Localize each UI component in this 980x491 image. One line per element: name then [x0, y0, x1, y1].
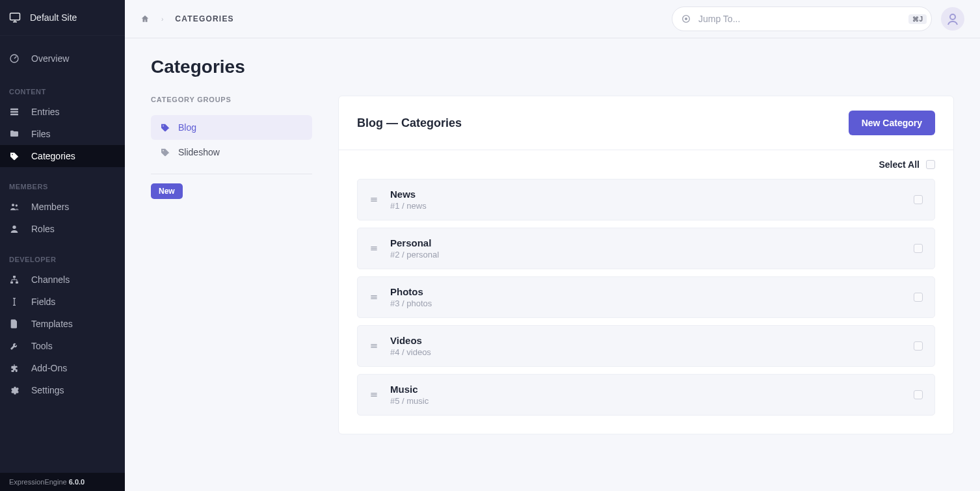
sidebar-item-label: Fields: [31, 297, 55, 307]
category-row[interactable]: Videos #4 / videos: [357, 325, 935, 367]
sidebar-item-label: Overview: [31, 53, 69, 64]
sidebar: Default Site Overview CONTENT Entries Fi…: [0, 0, 125, 491]
dashboard-icon: [9, 53, 21, 64]
category-name: News: [390, 189, 902, 200]
footer-version: 6.0.0: [69, 478, 85, 486]
sidebar-item-label: Templates: [31, 319, 73, 329]
sidebar-item-categories[interactable]: Categories: [0, 145, 125, 167]
tag-icon: [160, 122, 170, 133]
category-row[interactable]: Personal #2 / personal: [357, 228, 935, 269]
svg-point-7: [12, 154, 13, 155]
category-meta: #4 / videos: [390, 347, 902, 357]
category-checkbox[interactable]: [914, 293, 923, 302]
svg-point-18: [163, 150, 164, 152]
category-row[interactable]: News #1 / news: [357, 179, 935, 220]
sidebar-item-entries[interactable]: Entries: [0, 101, 125, 123]
drag-handle-icon[interactable]: [369, 293, 378, 302]
svg-point-15: [685, 18, 687, 20]
svg-rect-4: [10, 109, 18, 111]
new-group-button[interactable]: New: [151, 183, 183, 199]
svg-rect-11: [13, 276, 16, 278]
drag-handle-icon[interactable]: [369, 341, 378, 351]
category-meta: #5 / music: [390, 396, 902, 406]
list-icon: [9, 107, 21, 117]
group-label: Blog: [178, 122, 196, 133]
chevron-right-icon: ›: [161, 16, 163, 23]
svg-point-8: [12, 204, 14, 206]
select-all-checkbox[interactable]: [926, 160, 935, 169]
category-meta: #3 / photos: [390, 299, 902, 308]
sidebar-item-members[interactable]: Members: [0, 196, 125, 218]
drag-handle-icon[interactable]: [369, 244, 378, 253]
category-checkbox[interactable]: [914, 195, 923, 204]
category-row[interactable]: Music #5 / music: [357, 374, 935, 416]
breadcrumb: › CATEGORIES: [140, 14, 234, 23]
svg-point-10: [12, 226, 16, 229]
breadcrumb-current: CATEGORIES: [175, 14, 233, 23]
category-checkbox[interactable]: [914, 390, 923, 399]
sidebar-footer: ExpressionEngine 6.0.0: [0, 473, 125, 491]
svg-rect-12: [10, 282, 13, 284]
category-name: Personal: [390, 237, 902, 248]
page-title: Categories: [151, 57, 954, 77]
svg-rect-6: [10, 114, 18, 116]
sidebar-item-label: Channels: [31, 274, 70, 285]
puzzle-icon: [9, 363, 21, 373]
avatar[interactable]: [941, 7, 964, 31]
sidebar-item-channels[interactable]: Channels: [0, 269, 125, 291]
drag-handle-icon[interactable]: [369, 195, 378, 204]
tag-icon: [9, 151, 21, 161]
sidebar-item-label: Settings: [31, 385, 64, 395]
sidebar-section-label: CONTENT: [0, 70, 125, 101]
sidebar-section-label: DEVELOPER: [0, 240, 125, 269]
category-name: Music: [390, 384, 902, 395]
sidebar-item-label: Categories: [31, 151, 75, 161]
gear-icon: [9, 385, 21, 395]
group-item-blog[interactable]: Blog: [151, 115, 312, 140]
group-item-slideshow[interactable]: Slideshow: [151, 140, 312, 165]
sidebar-item-roles[interactable]: Roles: [0, 218, 125, 240]
sidebar-item-fields[interactable]: Fields: [0, 291, 125, 313]
monitor-icon: [9, 12, 21, 23]
groups-heading: CATEGORY GROUPS: [151, 96, 312, 103]
category-checkbox[interactable]: [914, 341, 923, 351]
category-groups: CATEGORY GROUPS Blog Slideshow: [151, 96, 312, 199]
drag-handle-icon[interactable]: [369, 390, 378, 399]
sidebar-item-templates[interactable]: Templates: [0, 313, 125, 335]
main: › CATEGORIES ⌘J Categories: [125, 0, 980, 491]
jump-search[interactable]: ⌘J: [672, 7, 932, 31]
jump-input[interactable]: [672, 7, 932, 31]
users-icon: [9, 202, 21, 212]
jump-shortcut: ⌘J: [908, 14, 927, 24]
sidebar-item-label: Roles: [31, 224, 55, 234]
topbar: › CATEGORIES ⌘J: [125, 0, 980, 38]
sidebar-item-addons[interactable]: Add-Ons: [0, 357, 125, 379]
sidebar-section-label: MEMBERS: [0, 167, 125, 196]
category-checkbox[interactable]: [914, 244, 923, 253]
site-name: Default Site: [30, 12, 77, 23]
category-row[interactable]: Photos #3 / photos: [357, 276, 935, 318]
sidebar-item-settings[interactable]: Settings: [0, 379, 125, 401]
sidebar-item-label: Add-Ons: [31, 363, 67, 373]
svg-rect-5: [10, 111, 18, 113]
wrench-icon: [9, 341, 21, 351]
group-label: Slideshow: [178, 147, 220, 157]
new-category-button[interactable]: New Category: [849, 111, 935, 135]
user-icon: [9, 224, 21, 234]
svg-rect-0: [10, 13, 20, 20]
category-meta: #2 / personal: [390, 250, 902, 259]
sidebar-item-label: Entries: [31, 107, 60, 117]
categories-panel: Blog — Categories New Category Select Al…: [338, 96, 954, 434]
sidebar-item-tools[interactable]: Tools: [0, 335, 125, 357]
sidebar-item-files[interactable]: Files: [0, 123, 125, 145]
sidebar-item-label: Tools: [31, 341, 53, 351]
category-name: Videos: [390, 335, 902, 346]
category-name: Photos: [390, 286, 902, 297]
sidebar-site-selector[interactable]: Default Site: [0, 0, 125, 36]
select-all-label: Select All: [879, 159, 920, 170]
folder-icon: [9, 129, 21, 139]
sidebar-item-label: Files: [31, 129, 51, 139]
divider: [151, 174, 312, 174]
home-icon[interactable]: [140, 14, 150, 23]
sidebar-item-overview[interactable]: Overview: [0, 47, 125, 70]
